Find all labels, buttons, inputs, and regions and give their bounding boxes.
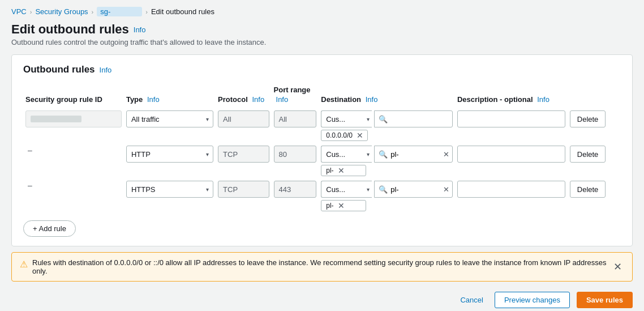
- destination-container-1: Cus... ▾ 🔍: [321, 110, 453, 141]
- type-info-link[interactable]: Info: [147, 95, 160, 104]
- dest-search-wrapper-3: 🔍 ✕: [374, 181, 453, 198]
- port-field-2: 80: [274, 146, 317, 163]
- breadcrumb-vpc[interactable]: VPC: [11, 7, 27, 16]
- page-header: Edit outbound rules Info Outbound rules …: [0, 20, 644, 49]
- type-select-1[interactable]: All traffic: [126, 110, 213, 127]
- description-input-2[interactable]: [457, 146, 565, 163]
- description-input-1[interactable]: [457, 110, 565, 127]
- sg-rule-id-3: –: [25, 177, 35, 193]
- search-icon-2: 🔍: [379, 150, 388, 159]
- cell-action-2: Delete: [568, 143, 621, 178]
- tag-row-3: pl- ✕: [321, 200, 453, 211]
- tag-1-0: 0.0.0.0/0 ✕: [321, 130, 368, 141]
- cell-port-2: 80: [272, 143, 319, 178]
- cell-action-1: Delete: [568, 108, 621, 143]
- description-input-3[interactable]: [457, 181, 565, 198]
- save-rules-button[interactable]: Save rules: [577, 292, 633, 308]
- port-field-3: 443: [274, 181, 317, 198]
- chevron-icon-2: ›: [92, 8, 94, 15]
- cell-protocol-3: TCP: [216, 178, 271, 214]
- type-select-wrapper-3: HTTPS ▾: [126, 181, 213, 198]
- search-clear-3[interactable]: ✕: [443, 185, 449, 194]
- col-header-description: Description - optional Info: [455, 83, 568, 108]
- footer-bar: Cancel Preview changes Save rules: [0, 286, 644, 311]
- breadcrumb-sg-id[interactable]: sg-: [97, 7, 142, 16]
- cell-type-2: HTTP ▾: [124, 143, 216, 178]
- col-header-action: [568, 83, 621, 108]
- tag-text-1-0: 0.0.0.0/0: [326, 131, 353, 139]
- page-title: Edit outbound rules: [11, 22, 129, 37]
- tag-close-1-0[interactable]: ✕: [356, 131, 364, 139]
- cancel-button[interactable]: Cancel: [456, 292, 487, 308]
- type-select-3[interactable]: HTTPS: [126, 181, 213, 198]
- cell-destination-2: Cus... ▾ 🔍 ✕: [319, 143, 455, 178]
- cell-id-3: –: [23, 178, 124, 214]
- col-header-destination: Destination Info: [319, 83, 455, 108]
- cell-id-2: –: [23, 143, 124, 178]
- dest-type-wrapper-2: Cus... ▾: [321, 146, 372, 163]
- warning-banner: ⚠ Rules with destination of 0.0.0.0/0 or…: [11, 252, 633, 282]
- table-row: – HTTP ▾ TCP: [23, 143, 621, 178]
- search-icon-1: 🔍: [379, 115, 388, 123]
- dest-type-select-2[interactable]: Cus...: [321, 146, 372, 163]
- cell-description-2: [455, 143, 568, 178]
- breadcrumb-security-groups[interactable]: Security Groups: [35, 7, 88, 16]
- delete-button-2[interactable]: Delete: [570, 146, 606, 163]
- dest-type-select-3[interactable]: Cus...: [321, 181, 372, 198]
- preview-changes-button[interactable]: Preview changes: [495, 292, 570, 308]
- dest-type-wrapper-1: Cus... ▾: [321, 110, 372, 127]
- add-rule-button[interactable]: + Add rule: [23, 220, 76, 237]
- tag-close-3-0[interactable]: ✕: [337, 202, 345, 210]
- destination-container-3: Cus... ▾ 🔍 ✕: [321, 181, 453, 211]
- warning-close-button[interactable]: ✕: [611, 262, 624, 272]
- search-clear-2[interactable]: ✕: [443, 150, 449, 159]
- protocol-field-1: All: [218, 110, 269, 127]
- destination-container-2: Cus... ▾ 🔍 ✕: [321, 146, 453, 176]
- port-info-link[interactable]: Info: [276, 95, 315, 104]
- col-header-port: Port range Info: [272, 83, 319, 108]
- dest-search-wrapper-2: 🔍 ✕: [374, 146, 453, 163]
- table-header-row: Security group rule ID Type Info Protoco…: [23, 83, 621, 108]
- sg-rule-id-1: [25, 110, 122, 127]
- cell-destination-1: Cus... ▾ 🔍: [319, 108, 455, 143]
- cell-description-3: [455, 178, 568, 214]
- cell-protocol-1: All: [216, 108, 271, 143]
- chevron-icon-1: ›: [30, 8, 32, 15]
- tag-close-2-0[interactable]: ✕: [337, 167, 345, 174]
- cell-port-3: 443: [272, 178, 319, 214]
- warning-content: ⚠ Rules with destination of 0.0.0.0/0 or…: [20, 258, 611, 275]
- dest-type-select-1[interactable]: Cus...: [321, 110, 372, 127]
- protocol-field-3: TCP: [218, 181, 269, 198]
- table-row: – HTTPS ▾ TCP: [23, 178, 621, 214]
- protocol-info-link[interactable]: Info: [252, 95, 264, 104]
- cell-protocol-2: TCP: [216, 143, 271, 178]
- cell-action-3: Delete: [568, 178, 621, 214]
- cell-port-1: All: [272, 108, 319, 143]
- dest-type-wrapper-3: Cus... ▾: [321, 181, 372, 198]
- cell-id-1: [23, 108, 124, 143]
- card-title: Outbound rules: [23, 64, 95, 75]
- port-field-1: All: [274, 110, 317, 127]
- destination-info-link[interactable]: Info: [366, 95, 378, 104]
- cell-destination-3: Cus... ▾ 🔍 ✕: [319, 178, 455, 214]
- search-icon-3: 🔍: [379, 185, 388, 194]
- tag-text-2-0: pl-: [326, 167, 333, 174]
- header-info-link[interactable]: Info: [134, 25, 146, 34]
- dest-search-wrapper-1: 🔍: [374, 110, 453, 127]
- tag-3-0: pl- ✕: [321, 200, 366, 211]
- delete-button-3[interactable]: Delete: [570, 181, 606, 198]
- type-select-wrapper-1: All traffic ▾: [126, 110, 213, 127]
- col-header-protocol: Protocol Info: [216, 83, 271, 108]
- sg-rule-id-2: –: [25, 142, 35, 158]
- type-select-2[interactable]: HTTP: [126, 146, 213, 163]
- card-info-link[interactable]: Info: [100, 66, 112, 74]
- type-select-wrapper-2: HTTP ▾: [126, 146, 213, 163]
- description-info-link[interactable]: Info: [537, 95, 549, 104]
- warning-icon: ⚠: [20, 259, 28, 270]
- warning-text: Rules with destination of 0.0.0.0/0 or :…: [32, 258, 611, 275]
- delete-button-1[interactable]: Delete: [570, 110, 606, 127]
- cell-type-3: HTTPS ▾: [124, 178, 216, 214]
- chevron-icon-3: ›: [145, 8, 148, 15]
- tag-row-1: 0.0.0.0/0 ✕: [321, 130, 453, 141]
- main-card: Outbound rules Info Security group rule …: [11, 54, 633, 246]
